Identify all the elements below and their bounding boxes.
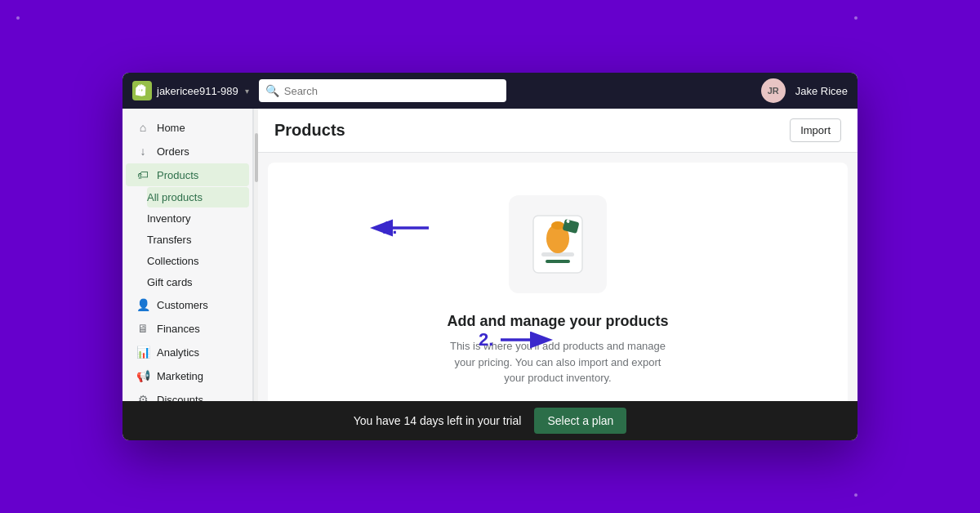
sidebar-item-marketing-label: Marketing — [157, 370, 203, 382]
product-illustration — [509, 195, 607, 293]
orders-icon: ↓ — [136, 145, 150, 158]
sidebar-subitem-all-products[interactable]: All products — [147, 187, 249, 207]
sidebar-item-products-label: Products — [157, 169, 198, 181]
annotation-1-label: 1. — [382, 217, 397, 239]
customers-icon: 👤 — [136, 298, 150, 311]
search-bar[interactable]: 🔍 — [259, 79, 506, 102]
sidebar-item-finances-label: Finances — [157, 323, 200, 335]
decoration-dots-br: for(let i=0;i<60;i++) document.currentSc… — [854, 493, 964, 497]
main-layout: ⌂ Home ↓ Orders 🏷 Products All products … — [122, 109, 858, 401]
sidebar-subitem-gift-cards[interactable]: Gift cards — [147, 272, 249, 292]
sidebar-item-home[interactable]: ⌂ Home — [126, 116, 249, 139]
top-bar: jakericee911-989 ▾ 🔍 JR Jake Ricee — [122, 73, 858, 109]
content-area: Products Import — [258, 109, 858, 401]
decoration-dots-tl: for(let i=0;i<80;i++) document.currentSc… — [16, 16, 126, 20]
content-body: Add and manage your products This is whe… — [268, 163, 848, 401]
sidebar-subitem-transfers[interactable]: Transfers — [147, 230, 249, 250]
avatar[interactable]: JR — [761, 78, 786, 103]
sidebar-item-discounts[interactable]: ⚙ Discounts — [126, 388, 249, 401]
page-header: Products Import — [258, 109, 858, 153]
select-plan-button[interactable]: Select a plan — [534, 408, 626, 434]
marketing-icon: 📢 — [136, 369, 150, 382]
annotation-1: 1. — [368, 216, 400, 240]
empty-state-illustration — [521, 207, 595, 281]
sidebar-scrollbar-thumb[interactable] — [255, 133, 258, 182]
sidebar-item-home-label: Home — [157, 122, 185, 134]
sidebar-item-orders-label: Orders — [157, 145, 189, 158]
sidebar-item-customers-label: Customers — [157, 299, 208, 311]
products-icon: 🏷 — [136, 168, 150, 181]
import-button[interactable]: Import — [790, 118, 841, 142]
sidebar-subitem-inventory-label: Inventory — [147, 212, 190, 225]
sidebar-subitem-collections[interactable]: Collections — [147, 251, 249, 271]
sidebar-item-customers[interactable]: 👤 Customers — [126, 293, 249, 316]
sidebar-subitem-all-products-label: All products — [147, 191, 203, 203]
sidebar-scrollbar-track — [253, 109, 258, 401]
store-dropdown-icon[interactable]: ▾ — [245, 87, 249, 96]
svg-point-4 — [551, 221, 564, 230]
sidebar-item-marketing[interactable]: 📢 Marketing — [126, 364, 249, 387]
sidebar-subitem-collections-label: Collections — [147, 255, 199, 267]
page-title: Products — [274, 121, 345, 140]
shopify-logo — [132, 81, 152, 100]
home-icon: ⌂ — [136, 121, 150, 134]
svg-rect-2 — [546, 260, 570, 263]
sidebar-subitem-gift-cards-label: Gift cards — [147, 276, 193, 288]
store-name: jakericee911-989 — [157, 85, 238, 97]
sidebar-item-analytics-label: Analytics — [157, 346, 199, 359]
search-icon: 🔍 — [265, 84, 279, 97]
finances-icon: 🖥 — [136, 322, 150, 335]
annotation-2: 2. — [479, 328, 554, 352]
trial-text: You have 14 days left in your trial — [354, 414, 522, 427]
sidebar-item-products[interactable]: 🏷 Products — [126, 163, 249, 186]
analytics-icon: 📊 — [136, 346, 150, 359]
sidebar-wrapper: ⌂ Home ↓ Orders 🏷 Products All products … — [122, 109, 258, 401]
annotation-arrow-1 — [368, 216, 433, 240]
sidebar: ⌂ Home ↓ Orders 🏷 Products All products … — [122, 109, 253, 401]
discounts-icon: ⚙ — [136, 393, 150, 401]
user-name: Jake Ricee — [795, 85, 848, 97]
sidebar-item-discounts-label: Discounts — [157, 394, 203, 402]
search-input[interactable] — [284, 85, 500, 97]
sidebar-item-orders[interactable]: ↓ Orders — [126, 140, 249, 163]
annotation-arrow-2 — [497, 328, 554, 352]
browser-window: jakericee911-989 ▾ 🔍 JR Jake Ricee ⌂ Hom… — [122, 73, 858, 440]
sidebar-item-finances[interactable]: 🖥 Finances — [126, 317, 249, 340]
empty-state-description: This is where you'll add products and ma… — [443, 338, 672, 386]
sidebar-subitem-transfers-label: Transfers — [147, 234, 191, 246]
annotation-2-label: 2. — [479, 329, 493, 350]
sidebar-item-analytics[interactable]: 📊 Analytics — [126, 341, 249, 364]
decoration-dots-tr: for(let i=0;i<80;i++) document.currentSc… — [854, 16, 964, 20]
shopify-logo-area[interactable]: jakericee911-989 ▾ — [132, 81, 249, 100]
sidebar-subitem-inventory[interactable]: Inventory — [147, 208, 249, 229]
trial-banner: You have 14 days left in your trial Sele… — [122, 401, 858, 440]
